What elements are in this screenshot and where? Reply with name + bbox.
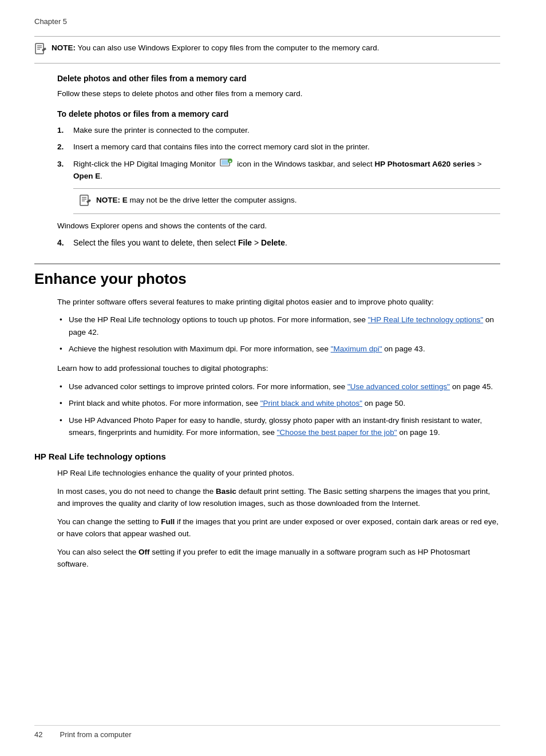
hp-reallife-para3: You can change the setting to Full if th… [57, 516, 500, 540]
svg-text:✱: ✱ [228, 160, 231, 163]
step-2-num: 2. [57, 141, 68, 153]
note-box-1: NOTE: You can also use Windows Explorer … [34, 36, 500, 64]
step-2: 2. Insert a memory card that contains fi… [57, 141, 500, 153]
delete-intro: Follow these steps to delete photos and … [57, 88, 500, 100]
step-3-content: Right-click the HP Digital Imaging Monit… [73, 158, 500, 183]
hp-reallife-section: HP Real Life technologies enhance the qu… [34, 467, 500, 571]
step-3: 3. Right-click the HP Digital Imaging Mo… [57, 158, 500, 183]
enhance-bullet-5: Use HP Advanced Photo Paper for easy to … [57, 414, 500, 439]
file-bold: File [238, 238, 252, 247]
color-settings-link[interactable]: "Use advanced color settings" [347, 382, 450, 391]
inner-note-box: NOTE: E may not be the drive letter the … [73, 188, 500, 214]
hp-reallife-para2: In most cases, you do not need to change… [57, 485, 500, 510]
inner-note-text: NOTE: E may not be the drive letter the … [96, 195, 296, 206]
inner-note-svg-icon [79, 195, 92, 206]
delete-section: Delete photos and other files from a mem… [34, 74, 500, 247]
step-4-num: 4. [57, 238, 68, 247]
inner-note-icon [79, 195, 92, 208]
steps-list: 1. Make sure the printer is connected to… [57, 124, 500, 183]
svg-marker-4 [42, 48, 46, 52]
monitor-icon: ✱ [220, 159, 234, 170]
step-2-content: Insert a memory card that contains files… [73, 141, 500, 153]
enhance-bullets-2: Use advanced color settings to improve p… [57, 381, 500, 439]
svg-rect-0 [35, 43, 43, 54]
enhance-bullet-3: Use advanced color settings to improve p… [57, 381, 500, 393]
learn-text: Learn how to add professional touches to… [57, 362, 500, 375]
step-4: 4. Select the files you want to delete, … [57, 238, 500, 247]
svg-marker-13 [86, 199, 91, 203]
svg-rect-6 [221, 160, 228, 165]
note-1-label: NOTE: [52, 43, 76, 52]
inner-note-e: E [122, 196, 128, 204]
windows-explorer-text: Windows Explorer opens and shows the con… [57, 220, 500, 232]
hp-reallife-para4-prefix: You can also select the [57, 548, 139, 556]
footer-page-number: 42 [34, 730, 42, 739]
hp-reallife-para3-prefix: You can change the setting to [57, 517, 161, 526]
step-3-num: 3. [57, 158, 68, 171]
hp-reallife-para3-bold: Full [161, 517, 175, 526]
step-4-content: Select the files you want to delete, the… [73, 238, 500, 247]
bw-photos-link[interactable]: "Print black and white photos" [260, 399, 362, 407]
hp-photosmart-bold: HP Photosmart A620 series [375, 160, 476, 168]
enhance-bullet-4: Print black and white photos. For more i… [57, 397, 500, 410]
enhance-bullets-1: Use the HP Real Life technology options … [57, 314, 500, 355]
hp-reallife-para2-prefix: In most cases, you do not need to change… [57, 487, 216, 496]
hp-reallife-link[interactable]: "HP Real Life technology options" [368, 315, 483, 324]
hp-reallife-para1: HP Real Life technologies enhance the qu… [57, 467, 500, 480]
page: Chapter 5 NOTE: You can also use Windows… [0, 0, 546, 756]
enhance-bullet-2: Achieve the highest resolution with Maxi… [57, 343, 500, 355]
hp-reallife-para2-bold: Basic [216, 487, 236, 496]
best-paper-link[interactable]: "Choose the best paper for the job" [277, 428, 397, 437]
delete-sub-heading: To delete photos or files from a memory … [57, 109, 500, 118]
svg-rect-9 [80, 195, 88, 205]
delete-heading: Delete photos and other files from a mem… [57, 74, 500, 83]
note-1-content: NOTE: You can also use Windows Explorer … [52, 42, 379, 54]
hp-reallife-para4: You can also select the Off setting if y… [57, 546, 500, 571]
note-icon-1 [34, 43, 47, 57]
chapter-label: Chapter 5 [34, 17, 500, 26]
open-e-bold: Open E [73, 172, 100, 180]
delete-bold: Delete [261, 238, 285, 247]
hp-reallife-heading: HP Real Life technology options [34, 452, 500, 461]
enhance-heading: Enhance your photos [34, 263, 500, 288]
enhance-section: The printer software offers several feat… [34, 296, 500, 439]
footer-section: Print from a computer [60, 730, 131, 739]
note-svg-icon [34, 43, 47, 54]
note-1-text: You can also use Windows Explorer to cop… [78, 43, 379, 52]
step-1: 1. Make sure the printer is connected to… [57, 124, 500, 137]
step-1-num: 1. [57, 124, 68, 137]
max-dpi-link[interactable]: "Maximum dpi" [331, 345, 382, 353]
enhance-intro: The printer software offers several feat… [57, 296, 500, 308]
inner-note-content: E may not be the drive letter the comput… [122, 196, 297, 204]
enhance-bullet-1: Use the HP Real Life technology options … [57, 314, 500, 338]
step-1-content: Make sure the printer is connected to th… [73, 124, 500, 137]
hp-reallife-para4-bold: Off [139, 548, 150, 556]
page-footer: 42 Print from a computer [34, 725, 500, 739]
inner-note-label: NOTE: [96, 196, 120, 204]
